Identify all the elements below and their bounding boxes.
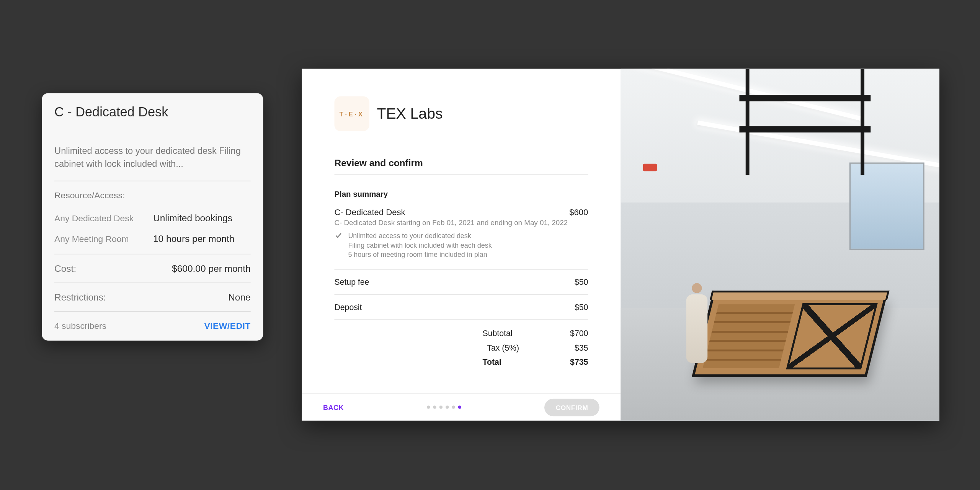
- total-value: $35: [575, 343, 588, 352]
- step-dots: [427, 406, 461, 409]
- total-label: Subtotal: [483, 328, 526, 338]
- step-dot[interactable]: [446, 406, 449, 409]
- subscribers-count: 4 subscribers: [54, 321, 106, 331]
- cost-value: $600.00 per month: [172, 263, 251, 274]
- access-row: Any Dedicated Desk Unlimited bookings: [54, 212, 251, 223]
- plan-summary-heading: Plan summary: [334, 190, 588, 199]
- restrictions-row: Restrictions: None: [54, 283, 251, 311]
- plan-card: C - Dedicated Desk Unlimited access to y…: [42, 93, 263, 341]
- total-value: $735: [570, 357, 588, 366]
- total-label: Total: [483, 357, 526, 366]
- feature-item: Unlimited access to your dedicated desk: [348, 231, 492, 240]
- step-dot[interactable]: [433, 406, 436, 409]
- plan-description: Unlimited access to your dedicated desk …: [54, 144, 251, 171]
- cost-row: Cost: $600.00 per month: [54, 254, 251, 283]
- restrictions-label: Restrictions:: [54, 292, 106, 303]
- line-label: Deposit: [334, 302, 362, 311]
- access-name: Any Meeting Room: [54, 234, 142, 243]
- plan-line-price: $600: [569, 207, 588, 217]
- resource-access-label: Resource/Access:: [54, 190, 251, 200]
- access-value: 10 hours per month: [153, 233, 234, 244]
- plan-period: C- Dedicated Desk starting on Feb 01, 20…: [334, 219, 588, 226]
- divider: [54, 181, 251, 181]
- total-label: Tax (5%): [487, 343, 531, 352]
- check-icon: [334, 231, 343, 259]
- step-dot[interactable]: [458, 406, 461, 409]
- back-button[interactable]: BACK: [323, 403, 344, 411]
- restrictions-value: None: [228, 292, 251, 303]
- access-value: Unlimited bookings: [153, 212, 232, 223]
- brand-name: TEX Labs: [377, 105, 443, 122]
- tax-row: Tax (5%) $35: [334, 340, 588, 355]
- step-dot[interactable]: [452, 406, 455, 409]
- plan-line: C- Dedicated Desk $600: [334, 207, 588, 217]
- feature-item: Filing cabinet with lock included with e…: [348, 240, 492, 250]
- subtotal-row: Subtotal $700: [334, 326, 588, 340]
- line-value: $50: [575, 277, 588, 286]
- brand-logo: T·E·X: [334, 96, 369, 131]
- line-label: Setup fee: [334, 277, 369, 286]
- plan-title: C - Dedicated Desk: [54, 105, 251, 119]
- step-dot[interactable]: [427, 406, 430, 409]
- review-and-confirm-heading: Review and confirm: [334, 157, 588, 175]
- view-edit-button[interactable]: VIEW/EDIT: [204, 321, 250, 331]
- deposit-row: Deposit $50: [334, 294, 588, 319]
- total-value: $700: [570, 328, 588, 338]
- checkout-panel: T·E·X TEX Labs Review and confirm Plan s…: [302, 69, 939, 421]
- plan-features: Unlimited access to your dedicated desk …: [334, 231, 588, 259]
- setup-fee-row: Setup fee $50: [334, 269, 588, 294]
- plan-line-name: C- Dedicated Desk: [334, 207, 405, 217]
- line-value: $50: [575, 302, 588, 311]
- feature-item: 5 hours of meeting room time included in…: [348, 250, 492, 259]
- checkout-footer: BACK CONFIRM: [302, 393, 621, 421]
- totals-block: Subtotal $700 Tax (5%) $35 Total $735: [334, 319, 588, 369]
- step-dot[interactable]: [439, 406, 443, 409]
- cost-label: Cost:: [54, 263, 76, 274]
- grand-total-row: Total $735: [334, 355, 588, 369]
- confirm-button[interactable]: CONFIRM: [544, 399, 599, 416]
- workspace-photo: [621, 69, 939, 421]
- access-row: Any Meeting Room 10 hours per month: [54, 233, 251, 244]
- access-name: Any Dedicated Desk: [54, 213, 142, 223]
